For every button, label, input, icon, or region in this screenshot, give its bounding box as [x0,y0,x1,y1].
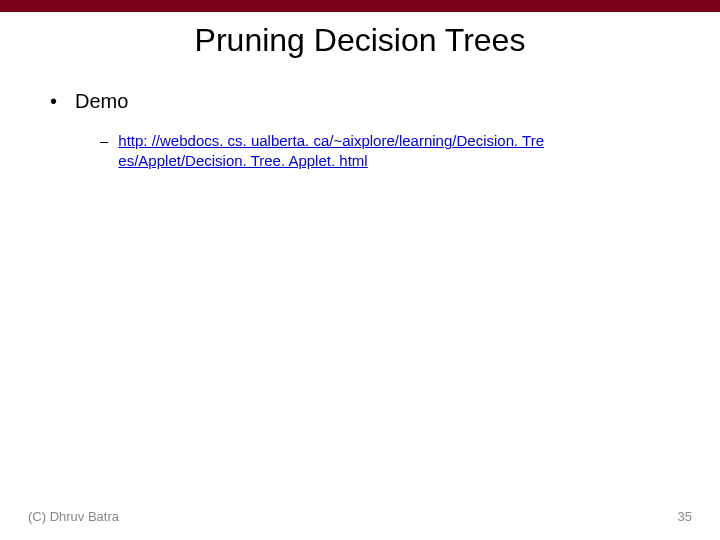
demo-link[interactable]: http: //webdocs. cs. ualberta. ca/~aixpl… [118,131,670,170]
slide-content: • Demo – http: //webdocs. cs. ualberta. … [0,89,720,170]
slide-title: Pruning Decision Trees [0,22,720,59]
slide-number: 35 [678,509,692,524]
top-accent-bar [0,0,720,12]
bullet-text-demo: Demo [75,89,128,113]
bullet-item-demo: • Demo [50,89,670,113]
dash-icon: – [100,131,108,151]
bullet-dot-icon: • [50,89,57,113]
sub-item-link: – http: //webdocs. cs. ualberta. ca/~aix… [50,131,670,170]
footer-copyright: (C) Dhruv Batra [28,509,119,524]
slide-footer: (C) Dhruv Batra 35 [0,509,720,524]
